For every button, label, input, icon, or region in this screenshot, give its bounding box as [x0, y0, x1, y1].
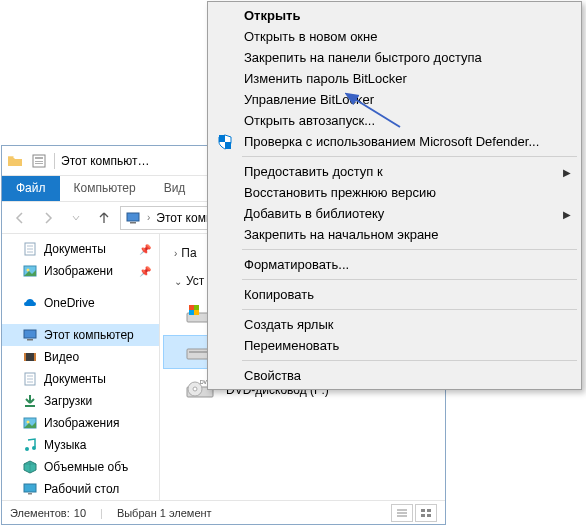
context-menu-item-label: Добавить в библиотеку	[244, 206, 384, 221]
nav-back-icon[interactable]	[8, 206, 32, 230]
svg-rect-17	[27, 339, 33, 341]
separator	[54, 153, 55, 169]
tab-file[interactable]: Файл	[2, 176, 60, 201]
status-count-label: Элементов:	[10, 507, 70, 519]
sidebar-item-desktop[interactable]: Рабочий стол	[2, 478, 159, 500]
sidebar-item-videos[interactable]: Видео	[2, 346, 159, 368]
context-menu-item[interactable]: Открыть в новом окне	[210, 26, 579, 47]
svg-rect-20	[34, 353, 36, 361]
view-icons-button[interactable]	[415, 504, 437, 522]
svg-rect-16	[24, 330, 36, 338]
svg-rect-52	[219, 135, 225, 142]
chevron-right-icon: ▶	[563, 166, 571, 177]
folder-icon	[6, 152, 24, 170]
sidebar-item-label: Изображения	[44, 416, 119, 430]
desktop-icon	[22, 481, 38, 497]
context-menu-item[interactable]: Управление BitLocker	[210, 89, 579, 110]
music-icon	[22, 437, 38, 453]
addressbar-crumb[interactable]: Этот комп	[156, 211, 212, 225]
documents-icon	[22, 241, 38, 257]
svg-rect-3	[35, 163, 43, 164]
context-menu-item[interactable]: Добавить в библиотеку▶	[210, 203, 579, 224]
svg-point-27	[27, 421, 30, 424]
svg-rect-35	[194, 305, 199, 310]
context-menu-item[interactable]: Свойства	[210, 365, 579, 386]
status-selection: Выбран 1 элемент	[117, 507, 212, 519]
qat-properties-icon[interactable]	[30, 152, 48, 170]
context-menu-item[interactable]: Восстановить прежнюю версию	[210, 182, 579, 203]
context-menu-item-label: Проверка с использованием Microsoft Defe…	[244, 134, 539, 149]
sidebar-item-label: Объемные объ	[44, 460, 128, 474]
pictures-icon	[22, 415, 38, 431]
pc-icon	[22, 327, 38, 343]
sidebar-item-documents[interactable]: Документы📌	[2, 238, 159, 260]
pin-icon: 📌	[139, 244, 151, 255]
context-menu-item-label: Восстановить прежнюю версию	[244, 185, 436, 200]
sidebar-item-pictures[interactable]: Изображения	[2, 412, 159, 434]
context-menu-item[interactable]: Создать ярлык	[210, 314, 579, 335]
context-menu-item[interactable]: Переименовать	[210, 335, 579, 356]
3d-icon	[22, 459, 38, 475]
sidebar-item-label: Документы	[44, 372, 106, 386]
context-menu: ОткрытьОткрыть в новом окнеЗакрепить на …	[207, 1, 582, 390]
onedrive-icon	[22, 295, 38, 311]
nav-forward-icon[interactable]	[36, 206, 60, 230]
pictures-icon	[22, 263, 38, 279]
videos-icon	[22, 349, 38, 365]
context-menu-item[interactable]: Предоставить доступ к▶	[210, 161, 579, 182]
svg-point-29	[32, 446, 36, 450]
group-label: Уст	[186, 274, 204, 288]
context-menu-item[interactable]: Закрепить на начальном экране	[210, 224, 579, 245]
sidebar-item-pc[interactable]: Этот компьютер	[2, 324, 159, 346]
sidebar-item-label: Видео	[44, 350, 79, 364]
context-menu-item-label: Переименовать	[244, 338, 339, 353]
downloads-icon	[22, 393, 38, 409]
svg-rect-34	[189, 305, 194, 310]
nav-up-icon[interactable]	[92, 206, 116, 230]
group-label: Па	[181, 246, 196, 260]
context-menu-item[interactable]: Закрепить на панели быстрого доступа	[210, 47, 579, 68]
context-menu-item[interactable]: Изменить пароль BitLocker	[210, 68, 579, 89]
context-menu-separator	[242, 360, 577, 361]
context-menu-item-label: Открыть в новом окне	[244, 29, 377, 44]
svg-rect-1	[35, 157, 43, 159]
view-details-button[interactable]	[391, 504, 413, 522]
tab-computer[interactable]: Компьютер	[60, 176, 150, 201]
sidebar-item-onedrive[interactable]: OneDrive	[2, 292, 159, 314]
sidebar-item-label: Рабочий стол	[44, 482, 119, 496]
svg-rect-30	[24, 484, 36, 492]
sidebar-item-pictures[interactable]: Изображени📌	[2, 260, 159, 282]
context-menu-item-label: Открыть	[244, 8, 300, 23]
shield-icon	[216, 133, 234, 151]
context-menu-separator	[242, 156, 577, 157]
context-menu-item[interactable]: Открыть	[210, 5, 579, 26]
context-menu-item[interactable]: Форматировать...	[210, 254, 579, 275]
context-menu-item-label: Копировать	[244, 287, 314, 302]
context-menu-item-label: Изменить пароль BitLocker	[244, 71, 407, 86]
svg-point-15	[27, 269, 30, 272]
svg-rect-49	[427, 509, 431, 512]
sidebar-item-3d[interactable]: Объемные объ	[2, 456, 159, 478]
svg-point-43	[193, 387, 197, 391]
tab-view[interactable]: Вид	[150, 176, 200, 201]
nav-recent-dropdown-icon[interactable]	[64, 206, 88, 230]
chevron-right-icon: ›	[174, 248, 177, 259]
context-menu-item-label: Закрепить на начальном экране	[244, 227, 439, 242]
sidebar-item-label: Документы	[44, 242, 106, 256]
context-menu-item-label: Создать ярлык	[244, 317, 333, 332]
context-menu-item[interactable]: Проверка с использованием Microsoft Defe…	[210, 131, 579, 152]
pin-icon: 📌	[139, 266, 151, 277]
chevron-right-icon: ▶	[563, 208, 571, 219]
context-menu-item-label: Открыть автозапуск...	[244, 113, 375, 128]
window-title: Этот компьют…	[61, 154, 150, 168]
sidebar-item-downloads[interactable]: Загрузки	[2, 390, 159, 412]
sidebar-item-music[interactable]: Музыка	[2, 434, 159, 456]
status-count: 10	[74, 507, 86, 519]
sidebar-item-documents[interactable]: Документы	[2, 368, 159, 390]
context-menu-item[interactable]: Копировать	[210, 284, 579, 305]
context-menu-item-label: Закрепить на панели быстрого доступа	[244, 50, 482, 65]
context-menu-separator	[242, 249, 577, 250]
context-menu-item[interactable]: Открыть автозапуск...	[210, 110, 579, 131]
sidebar-item-label: Музыка	[44, 438, 86, 452]
svg-rect-51	[427, 514, 431, 517]
